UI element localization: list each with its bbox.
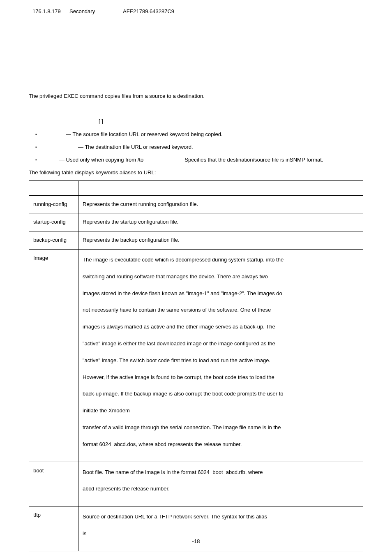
table-header-row [29, 180, 363, 195]
intro-paragraph: The privileged EXEC command copies files… [29, 92, 363, 101]
desc-line: initiate the Xmodem [83, 407, 359, 415]
desc-line: Boot file. The name of the image is in t… [83, 468, 359, 477]
desc-line: images is always marked as active and th… [83, 323, 359, 331]
table-row: startup-config Represents the startup co… [29, 213, 363, 231]
record-id: AFE21789.643287C9 [123, 7, 360, 16]
intro-suffix: privileged EXEC command copies files fro… [39, 93, 205, 99]
desc-line: "active" image. The switch boot code fir… [83, 356, 359, 365]
page-number: -18 [0, 537, 392, 546]
desc-line: is [83, 530, 359, 538]
table-row: backup-config Represents the backup conf… [29, 231, 363, 250]
desc-line: The image is executable code which is de… [83, 256, 359, 264]
header-keyword [29, 180, 78, 195]
param-source-desc: — The source file location URL or reserv… [66, 131, 223, 137]
desc-line: images stored in the device flash known … [83, 289, 359, 298]
parameter-list: — The source file location URL or reserv… [29, 130, 363, 164]
record-ip: 176.1.8.179 [32, 7, 69, 16]
param-snmp: — Used only when copying from /toSpecifi… [29, 156, 363, 164]
alias-description: Boot file. The name of the image is in t… [78, 462, 363, 506]
header-description [78, 180, 363, 195]
alias-keyword: boot [29, 462, 78, 506]
alias-table: running-config Represents the current ru… [29, 180, 363, 551]
desc-line: However, if the active image is found to… [83, 373, 359, 382]
desc-line: back-up image. If the backup image is al… [83, 390, 359, 398]
alias-description: Represents the current running configura… [78, 195, 363, 213]
param-destination-url: — The destination file URL or reserved k… [29, 143, 363, 152]
record-row: 176.1.8.179 Secondary AFE21789.643287C9 [29, 2, 363, 22]
table-row: running-config Represents the current ru… [29, 195, 363, 213]
alias-keyword: running-config [29, 195, 78, 213]
syntax-line: [ ] [99, 117, 363, 126]
alias-keyword: backup-config [29, 231, 78, 250]
param-snmp-tail: Specifies that the destination/source fi… [184, 157, 323, 163]
desc-line: format 6024_abcd.dos, where abcd represe… [83, 440, 359, 449]
alias-description: Represents the backup configuration file… [78, 231, 363, 250]
alias-keyword: startup-config [29, 213, 78, 231]
record-role: Secondary [69, 7, 123, 16]
desc-line: not necessarily have to contain the same… [83, 306, 359, 314]
intro-prefix: The [29, 93, 39, 99]
alias-description: Represents the startup configuration fil… [78, 213, 363, 231]
alias-description: The image is executable code which is de… [78, 249, 363, 462]
desc-line: switching and routing software that mana… [83, 273, 359, 281]
desc-line: Source or destination URL for a TFTP net… [83, 513, 359, 521]
table-row: boot Boot file. The name of the image is… [29, 462, 363, 506]
param-destination-desc: — The destination file URL or reserved k… [78, 144, 193, 150]
desc-line: transfer of a valid image through the se… [83, 423, 359, 432]
param-source-url: — The source file location URL or reserv… [29, 130, 363, 139]
table-row: Image The image is executable code which… [29, 249, 363, 462]
param-snmp-desc: — Used only when copying from /to [59, 157, 143, 163]
table-intro: The following table displays keywords al… [29, 169, 363, 177]
alias-keyword: Image [29, 249, 78, 462]
desc-line: abcd represents the release number. [83, 485, 359, 493]
desc-line: "active" image is either the last downlo… [83, 340, 359, 348]
